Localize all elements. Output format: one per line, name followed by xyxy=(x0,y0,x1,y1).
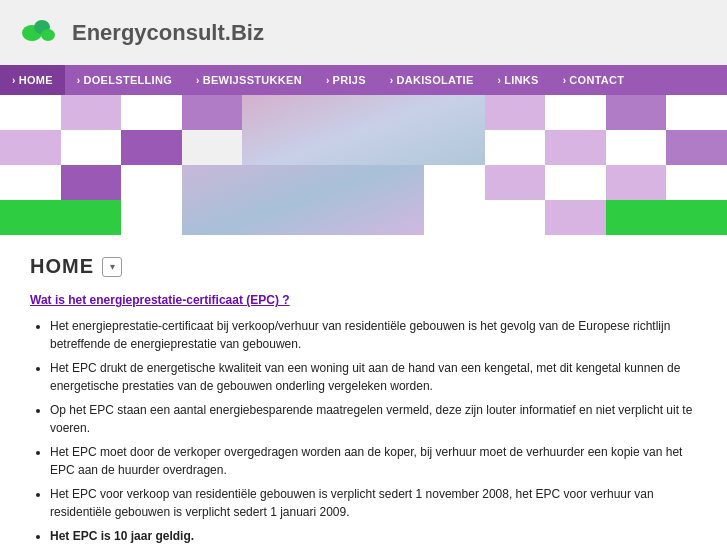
mosaic-cell xyxy=(0,130,61,165)
mosaic-cell xyxy=(0,165,61,200)
mosaic-cell xyxy=(61,130,122,165)
mosaic-cell xyxy=(424,200,485,235)
nav-label-links: LINKS xyxy=(504,74,539,86)
nav-item-contact[interactable]: › CONTACT xyxy=(551,65,637,95)
list-item: Het EPC voor verkoop van residentiële ge… xyxy=(50,485,697,521)
nav-arrow-home: › xyxy=(12,75,16,86)
nav-item-prijs[interactable]: › PRIJS xyxy=(314,65,378,95)
mosaic-cell xyxy=(121,165,182,200)
hero-mosaic xyxy=(0,95,727,235)
mosaic-cell xyxy=(485,165,546,200)
mosaic-cell xyxy=(666,165,727,200)
nav-label-dakisolatie: DAKISOLATIE xyxy=(397,74,474,86)
mosaic-cell xyxy=(606,95,667,130)
content-wrapper: HOME ▾ Wat is het energieprestatie-certi… xyxy=(0,235,727,545)
mosaic-cell xyxy=(485,95,546,130)
list-item: Het EPC is 10 jaar geldig. xyxy=(50,527,697,545)
mosaic-cell xyxy=(61,95,122,130)
nav-item-doelstelling[interactable]: › DOELSTELLING xyxy=(65,65,184,95)
nav-arrow-dakisolatie: › xyxy=(390,75,394,86)
bullet-list: Het energieprestatie-certificaat bij ver… xyxy=(30,317,697,545)
nav-label-doelstelling: DOELSTELLING xyxy=(83,74,172,86)
page-heading: HOME ▾ xyxy=(30,255,697,278)
list-item: Het EPC drukt de energetische kwaliteit … xyxy=(50,359,697,395)
svg-point-2 xyxy=(41,29,55,41)
mosaic-cell xyxy=(666,130,727,165)
nav-arrow-contact: › xyxy=(563,75,567,86)
nav-label-prijs: PRIJS xyxy=(333,74,366,86)
section1-link[interactable]: Wat is het energieprestatie-certificaat … xyxy=(30,293,697,307)
navbar: › HOME › DOELSTELLING › BEWIJSSTUKKEN › … xyxy=(0,65,727,95)
mosaic-cell xyxy=(606,130,667,165)
mosaic-cell xyxy=(606,165,667,200)
nav-arrow-doelstelling: › xyxy=(77,75,81,86)
site-title: Energyconsult.Biz xyxy=(72,20,264,46)
nav-label-bewijsstukken: BEWIJSSTUKKEN xyxy=(203,74,302,86)
mosaic-cell xyxy=(424,165,485,200)
mosaic-cell xyxy=(485,200,546,235)
mosaic-photo2 xyxy=(182,165,424,235)
nav-item-dakisolatie[interactable]: › DAKISOLATIE xyxy=(378,65,486,95)
logo-icon xyxy=(20,15,60,50)
nav-item-links[interactable]: › LINKS xyxy=(486,65,551,95)
mosaic-cell xyxy=(61,165,122,200)
mosaic-cell xyxy=(666,95,727,130)
mosaic-cell xyxy=(485,130,546,165)
header: Energyconsult.Biz xyxy=(0,0,727,65)
list-item-bold: Het EPC is 10 jaar geldig. xyxy=(50,529,194,543)
mosaic-cell xyxy=(545,95,606,130)
expand-icon[interactable]: ▾ xyxy=(102,257,122,277)
mosaic-cell-green2 xyxy=(606,200,727,235)
nav-label-contact: CONTACT xyxy=(569,74,624,86)
nav-item-bewijsstukken[interactable]: › BEWIJSSTUKKEN xyxy=(184,65,314,95)
mosaic-cell xyxy=(182,95,243,130)
mosaic-cell xyxy=(545,165,606,200)
mosaic-cell-green1 xyxy=(0,200,121,235)
nav-label-home: HOME xyxy=(19,74,53,86)
list-item: Het energieprestatie-certificaat bij ver… xyxy=(50,317,697,353)
mosaic-photo1 xyxy=(242,95,484,165)
mosaic-cell xyxy=(121,200,182,235)
nav-arrow-links: › xyxy=(498,75,502,86)
page-title: HOME xyxy=(30,255,94,278)
mosaic-cell xyxy=(121,130,182,165)
mosaic-cell xyxy=(121,95,182,130)
nav-arrow-prijs: › xyxy=(326,75,330,86)
nav-item-home[interactable]: › HOME xyxy=(0,65,65,95)
list-item: Op het EPC staan een aantal energiebespa… xyxy=(50,401,697,437)
list-item: Het EPC moet door de verkoper overgedrag… xyxy=(50,443,697,479)
mosaic-cell xyxy=(545,200,606,235)
nav-arrow-bewijsstukken: › xyxy=(196,75,200,86)
mosaic-cell xyxy=(545,130,606,165)
mosaic-cell xyxy=(0,95,61,130)
